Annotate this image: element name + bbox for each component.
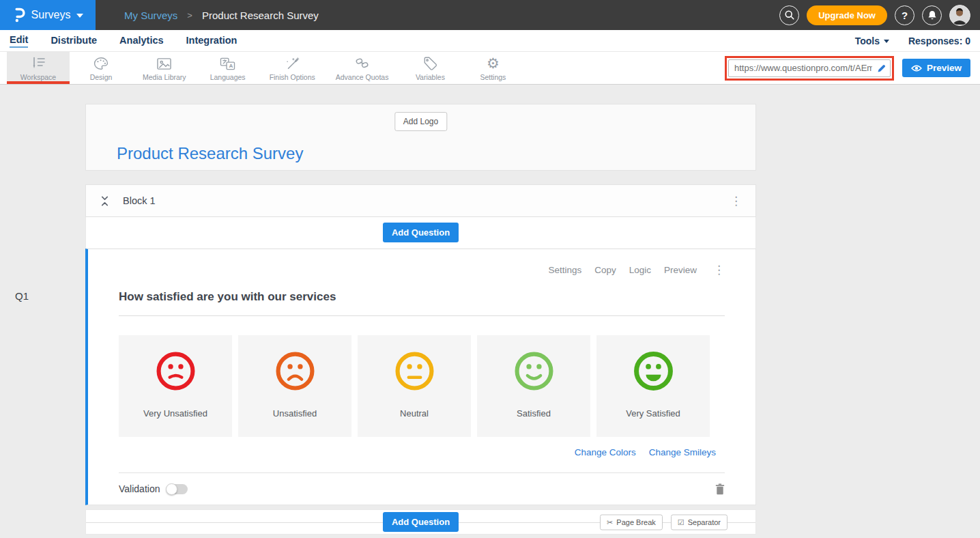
help-button[interactable]: ? [895, 5, 914, 25]
preview-button[interactable]: Preview [902, 59, 970, 77]
tab-integration[interactable]: Integration [186, 35, 237, 47]
tab-edit[interactable]: Edit [10, 34, 28, 48]
collapse-block-icon[interactable] [100, 195, 110, 207]
app-menu-label: Surveys [31, 9, 71, 21]
section-nav: Edit Distribute Analytics Integration To… [0, 30, 980, 52]
block-title[interactable]: Block 1 [123, 195, 156, 206]
settings-icon: ⚙ [487, 55, 500, 71]
survey-header-card: Add Logo Product Research Survey [85, 104, 756, 171]
variables-icon [422, 55, 438, 71]
toolbar-item-languages[interactable]: A Languages [197, 52, 259, 84]
option-unsatisfied[interactable]: Unsatisfied [238, 335, 351, 437]
validation-label: Validation [119, 483, 160, 494]
delete-question-trash-icon[interactable] [715, 483, 725, 495]
add-question-button-bottom[interactable]: Add Question [383, 512, 459, 532]
smiley-neutral-icon [393, 335, 436, 395]
question-kebab-menu-icon[interactable]: ⋮ [713, 264, 725, 276]
smiley-very-satisfied-icon [632, 335, 675, 395]
tab-analytics[interactable]: Analytics [119, 35, 163, 47]
option-very-unsatisfied[interactable]: Very Unsatisfied [119, 335, 232, 437]
question-action-menu: Settings Copy Logic Preview ⋮ [119, 249, 725, 276]
notifications-button[interactable] [922, 5, 942, 25]
workspace-canvas: Q1 Add Logo Product Research Survey Bloc… [0, 85, 980, 535]
surveys-app-menu[interactable]: Surveys [0, 0, 96, 30]
validation-toggle[interactable] [167, 484, 188, 494]
survey-url-highlight [725, 56, 894, 81]
advance-quotas-icon [354, 55, 371, 71]
chevron-down-icon [76, 14, 83, 18]
responses-count: Responses: 0 [908, 36, 970, 46]
block-header: Block 1 ⋮ [85, 184, 756, 217]
toolbar-item-settings[interactable]: ⚙ Settings [461, 52, 524, 84]
workspace-icon [29, 55, 47, 71]
validation-row: Validation [119, 472, 725, 505]
block-kebab-menu-icon[interactable]: ⋮ [730, 195, 742, 207]
toolbar-item-design[interactable]: Design [70, 52, 132, 84]
add-question-row: Add Question [85, 217, 756, 249]
toolbar-item-media-library[interactable]: Media Library [132, 52, 197, 84]
question-text[interactable]: How satisfied are you with our services [119, 290, 725, 316]
breadcrumb: My Surveys > Product Research Survey [124, 10, 319, 21]
survey-title[interactable]: Product Research Survey [117, 144, 303, 163]
finish-options-icon [284, 55, 300, 71]
page-break-button[interactable]: ✂ Page Break [600, 514, 663, 530]
search-icon [784, 10, 795, 20]
languages-icon: A [219, 55, 236, 71]
design-icon [93, 55, 109, 71]
question-logic-link[interactable]: Logic [629, 265, 651, 275]
smiley-satisfied-icon [513, 335, 556, 395]
smiley-very-unsatisfied-icon [154, 335, 197, 395]
toolbar-item-finish-options[interactable]: Finish Options [259, 52, 326, 84]
questionpro-logo [12, 7, 25, 23]
question-card[interactable]: Settings Copy Logic Preview ⋮ How satisf… [85, 249, 756, 505]
page-break-icon: ✂ [607, 518, 613, 526]
topbar-actions: Upgrade Now ? [779, 5, 980, 26]
question-copy-link[interactable]: Copy [594, 265, 616, 275]
survey-url-input[interactable] [728, 59, 891, 77]
separator-checkbox-icon: ☑ [678, 518, 684, 526]
toolbar-item-workspace[interactable]: Workspace [7, 52, 70, 84]
smiley-customize-links: Change Colors Change Smileys [119, 447, 725, 457]
avatar[interactable] [949, 5, 970, 26]
add-question-button-top[interactable]: Add Question [383, 223, 459, 242]
editor-toolbar: Workspace Design Media Library [0, 52, 980, 85]
block-footer: Add Question ✂ Page Break ☑ Separator [85, 509, 756, 535]
eye-icon [911, 64, 922, 72]
chevron-down-icon [884, 40, 889, 43]
top-bar: Surveys My Surveys > Product Research Su… [0, 0, 980, 30]
change-smileys-link[interactable]: Change Smileys [649, 447, 716, 457]
help-icon: ? [902, 10, 908, 21]
smiley-unsatisfied-icon [274, 335, 317, 395]
edit-url-pencil-icon[interactable] [877, 63, 887, 73]
tab-distribute[interactable]: Distribute [51, 35, 97, 47]
upgrade-now-button[interactable]: Upgrade Now [807, 5, 887, 25]
breadcrumb-my-surveys[interactable]: My Surveys [124, 10, 177, 21]
breadcrumb-separator: > [187, 10, 192, 20]
question-number-label: Q1 [15, 290, 29, 302]
change-colors-link[interactable]: Change Colors [575, 447, 636, 457]
toolbar-item-variables[interactable]: Variables [399, 52, 461, 84]
question-settings-link[interactable]: Settings [548, 265, 581, 275]
question-preview-link[interactable]: Preview [664, 265, 697, 275]
option-very-satisfied[interactable]: Very Satisfied [596, 335, 710, 437]
smiley-scale: Very Unsatisfied Unsatisfied [119, 335, 725, 437]
svg-text:A: A [229, 63, 233, 69]
add-logo-button[interactable]: Add Logo [394, 112, 447, 131]
bell-icon [927, 10, 937, 20]
breadcrumb-current: Product Research Survey [202, 10, 319, 21]
option-satisfied[interactable]: Satisfied [477, 335, 590, 437]
search-button[interactable] [779, 5, 799, 25]
media-library-icon [156, 55, 173, 71]
toolbar-item-advance-quotas[interactable]: Advance Quotas [326, 52, 399, 84]
option-neutral[interactable]: Neutral [358, 335, 471, 437]
tools-dropdown[interactable]: Tools [855, 36, 889, 46]
separator-button[interactable]: ☑ Separator [671, 514, 727, 530]
